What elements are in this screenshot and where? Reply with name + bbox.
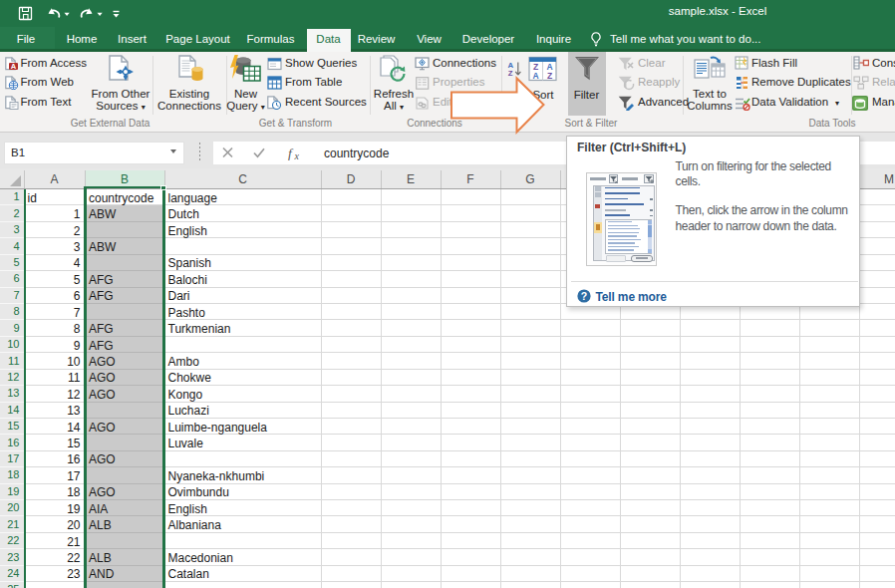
svg-text:x: x [294,150,300,161]
svg-text:A: A [11,62,17,71]
svg-text:f: f [288,146,294,160]
svg-text:?: ? [580,290,586,302]
